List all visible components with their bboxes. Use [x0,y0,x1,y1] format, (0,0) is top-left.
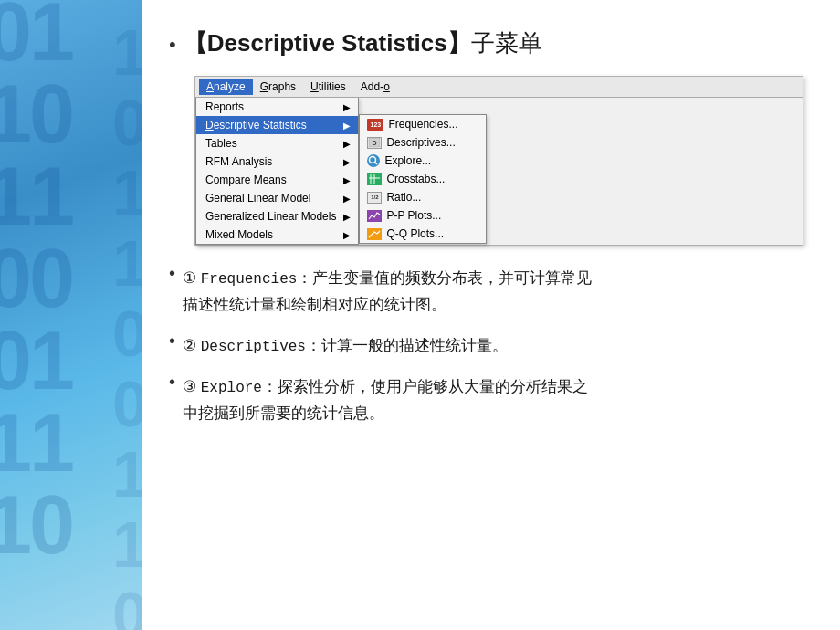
tables-arrow: ▶ [343,139,351,149]
desc-keyword: Descriptives [201,339,306,355]
menu-bar-addons[interactable]: Add-o [353,79,397,95]
general-linear-label: General Linear Model [205,192,310,205]
menu-compare-means[interactable]: Compare Means ▶ [196,171,358,189]
sub-frequencies[interactable]: 123 Frequencies... [360,115,486,133]
sub-qq-plots[interactable]: Q-Q Plots... [360,225,486,243]
sub-explore[interactable]: Explore... [360,152,486,170]
reports-arrow: ▶ [343,102,351,112]
tables-label: Tables [205,137,237,150]
title-cn: 子菜单 [471,29,542,57]
menu-reports[interactable]: Reports ▶ [196,98,358,116]
analyze-label: A [206,80,214,93]
descriptives-label: Descriptives... [386,136,455,149]
title-section: • 【Descriptive Statistics】子菜单 [169,27,803,59]
menu-rfm[interactable]: RFM Analysis ▶ [196,152,358,171]
frequencies-label: Frequencies... [388,118,457,131]
svg-point-2 [370,157,376,163]
desc-stats-label: Descriptive Statistics [205,119,307,131]
utilities-label: U [310,80,319,93]
menu-general-linear[interactable]: General Linear Model ▶ [196,189,358,207]
bracket-open: 【 [184,29,207,57]
bullet-1: • ① Frequencies：产生变量值的频数分布表，并可计算常见描述性统计量… [169,266,803,319]
bullet-2-dot: • [169,331,175,350]
compare-means-arrow: ▶ [343,175,351,185]
crosstabs-icon [367,173,382,185]
sidebar: 01101100011110 101100110 [0,0,142,630]
sub-descriptives[interactable]: D Descriptives... [360,133,486,152]
rfm-label: RFM Analysis [205,155,272,168]
bullet-descriptives: • ② Descriptives：计算一般的描述性统计量。 [169,333,803,360]
pp-icon [367,210,382,222]
sub-crosstabs[interactable]: Crosstabs... [360,170,486,188]
menu-tables[interactable]: Tables ▶ [196,134,358,152]
mixed-models-label: Mixed Models [205,228,273,241]
bullet-explore: • ③ Explore：探索性分析，使用户能够从大量的分析结果之中挖掘到所需要的… [169,374,803,427]
sub-ratio[interactable]: 1/2 Ratio... [360,188,486,206]
secondary-dropdown: 123 Frequencies... D Descriptives... Exp… [359,114,487,244]
compare-means-label: Compare Means [205,173,287,186]
title-en: Descriptive Statistics [207,29,447,57]
bullet-2-text: ② Descriptives：计算一般的描述性统计量。 [183,333,508,360]
bracket-close: 】 [447,29,471,57]
generalized-linear-label: Generalized Linear Models [205,210,336,223]
desc-stats-arrow: ▶ [343,121,351,131]
num-3: ③ [183,378,196,395]
svg-line-3 [375,163,378,165]
menu-bar: Analyze Graphs Utilities Add-o [195,77,803,98]
menu-bar-graphs[interactable]: Graphs [253,79,303,95]
generalized-linear-arrow: ▶ [343,212,351,222]
addons-u: o [383,80,390,93]
explore-icon [367,154,380,167]
num-1: ① [183,269,196,287]
qq-plots-label: Q-Q Plots... [386,227,444,240]
title-text: 【Descriptive Statistics】子菜单 [184,27,542,59]
reports-label: Reports [205,100,244,113]
spss-menu-screenshot: Analyze Graphs Utilities Add-o Reports ▶… [194,76,803,246]
bullet-3: • ③ Explore：探索性分析，使用户能够从大量的分析结果之中挖掘到所需要的… [169,374,803,427]
graphs-label: G [260,80,268,93]
ratio-icon: 1/2 [367,192,382,204]
bullet-3-dot: • [169,373,175,391]
qq-icon [367,228,382,240]
title-bullet-dot: • [169,35,176,55]
pp-plots-label: P-P Plots... [386,209,441,222]
explore-label: Explore... [384,154,431,167]
bullet-3-text: ③ Explore：探索性分析，使用户能够从大量的分析结果之中挖掘到所需要的统计… [183,374,588,427]
mixed-models-arrow: ▶ [343,230,351,240]
num-2: ② [183,337,196,354]
rfm-arrow: ▶ [343,157,351,167]
main-content: • 【Descriptive Statistics】子菜单 Analyze Gr… [142,0,840,630]
menu-generalized-linear[interactable]: Generalized Linear Models ▶ [196,207,358,226]
bullet-2: • ② Descriptives：计算一般的描述性统计量。 [169,333,803,360]
menu-descriptive-statistics[interactable]: Descriptive Statistics ▶ [196,116,358,134]
ratio-label: Ratio... [386,191,421,204]
descriptives-icon: D [367,137,382,149]
menu-bar-utilities[interactable]: Utilities [303,79,353,95]
general-linear-arrow: ▶ [343,194,351,204]
sub-pp-plots[interactable]: P-P Plots... [360,206,486,225]
svg-text:D: D [373,140,377,146]
bullet-frequencies: • ① Frequencies：产生变量值的频数分布表，并可计算常见描述性统计量… [169,266,803,319]
menu-mixed-models[interactable]: Mixed Models ▶ [196,226,358,244]
bullet-1-text: ① Frequencies：产生变量值的频数分布表，并可计算常见描述性统计量和绘… [183,266,592,319]
dropdown-area: Reports ▶ Descriptive Statistics ▶ Table… [195,98,803,245]
frequencies-icon: 123 [367,119,383,131]
freq-keyword: Frequencies [201,271,298,288]
primary-dropdown: Reports ▶ Descriptive Statistics ▶ Table… [195,98,359,245]
crosstabs-label: Crosstabs... [386,173,445,185]
menu-bar-analyze[interactable]: Analyze [199,79,253,95]
bullet-1-dot: • [169,264,175,282]
explore-keyword: Explore [201,380,262,396]
